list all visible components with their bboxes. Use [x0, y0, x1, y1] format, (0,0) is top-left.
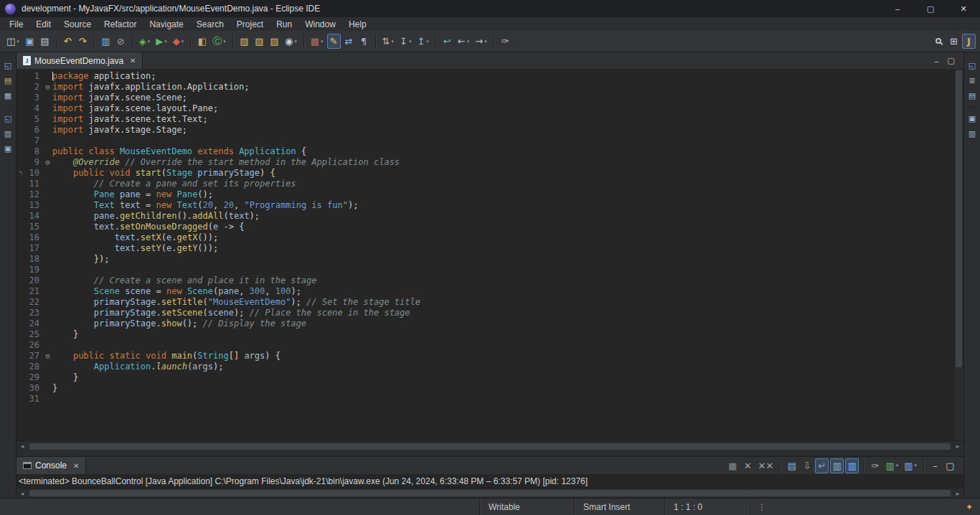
new-wizard-icon[interactable]: ◫▾ [4, 34, 22, 49]
line-number[interactable]: 9 [24, 157, 43, 168]
back-icon[interactable]: ←▾ [456, 34, 471, 49]
fold-marker-icon[interactable]: ⊖ [43, 351, 52, 362]
code-line-19[interactable]: 19 [17, 265, 953, 275]
package-explorer-icon[interactable]: ▤ [1, 75, 15, 87]
console-horizontal-scrollbar[interactable]: ◂ ▸ [17, 488, 963, 498]
menu-file[interactable]: File [3, 17, 29, 31]
fold-marker-icon[interactable]: ⊖ [43, 157, 52, 168]
code-line-20[interactable]: 20 // Create a scene and place it in the… [17, 275, 953, 286]
last-edit-location-icon[interactable]: ↩ [440, 34, 454, 49]
line-number[interactable]: 23 [24, 308, 43, 318]
notification-icon[interactable]: ✦ [966, 499, 980, 515]
code-line-2[interactable]: 2⊖import javafx.application.Application; [17, 82, 953, 93]
minimize-console-icon[interactable]: – [928, 458, 942, 473]
open-package-icon[interactable]: ▨ [268, 34, 281, 49]
code-line-22[interactable]: 22 primaryStage.setTitle("MouseEventDemo… [17, 297, 953, 308]
line-number[interactable]: 8 [24, 146, 43, 157]
code-area[interactable]: 1package application;2⊖import javafx.app… [17, 69, 953, 440]
line-number[interactable]: 16 [24, 232, 43, 243]
menu-search[interactable]: Search [190, 17, 230, 31]
restore-bottom-panel-icon[interactable]: ◱ [1, 113, 15, 125]
code-line-23[interactable]: 23 primaryStage.setScene(scene); // Plac… [17, 308, 953, 318]
link-with-editor-icon[interactable]: ⇄ [342, 34, 356, 49]
clear-console-icon[interactable]: ▤ [785, 458, 798, 473]
code-line-31[interactable]: 31 [17, 394, 953, 405]
remove-all-launches-icon[interactable]: ✕✕ [756, 458, 776, 473]
show-whitespace-icon[interactable]: ¶ [357, 34, 371, 49]
code-line-12[interactable]: 12 Pane pane = new Pane(); [17, 189, 953, 200]
code-line-25[interactable]: 25 } [17, 329, 953, 340]
code-line-8[interactable]: 8public class MouseEventDemo extends App… [17, 146, 953, 157]
menu-edit[interactable]: Edit [29, 17, 57, 31]
line-number[interactable]: 14 [24, 211, 43, 222]
line-number[interactable]: 20 [24, 275, 43, 286]
tab-console[interactable]: Console ✕ [17, 457, 86, 474]
show-stdout-when-changed-icon[interactable]: ▥ [830, 458, 844, 473]
code-line-14[interactable]: 14 pane.getChildren().addAll(text); [17, 211, 953, 222]
external-tools-icon[interactable]: ◆▾ [171, 34, 187, 49]
line-number[interactable]: 2 [24, 82, 43, 93]
word-wrap-icon[interactable]: ↵ [815, 458, 829, 473]
code-line-29[interactable]: 29 } [17, 372, 953, 383]
console-scroll-right-arrow-icon[interactable]: ▸ [952, 490, 963, 497]
line-number[interactable]: 25 [24, 329, 43, 340]
search-icon[interactable] [932, 34, 946, 49]
menu-window[interactable]: Window [298, 17, 342, 31]
mark-occurrences-icon[interactable]: ✎ [327, 34, 341, 49]
code-line-26[interactable]: 26 [17, 340, 953, 351]
scroll-lock-icon[interactable]: ⇩ [800, 458, 814, 473]
line-number[interactable]: 7 [24, 136, 43, 146]
new-class-icon[interactable]: Ⓒ▾ [210, 34, 228, 49]
line-number[interactable]: 13 [24, 200, 43, 211]
show-stderr-when-changed-icon[interactable]: ▥ [845, 458, 859, 473]
line-number[interactable]: 28 [24, 362, 43, 372]
line-number[interactable]: 19 [24, 265, 43, 275]
type-hierarchy-icon[interactable]: ▦ [1, 90, 15, 102]
sort-icon[interactable]: ⇅▾ [380, 34, 396, 49]
line-number[interactable]: 1 [24, 71, 43, 82]
editor-console-sash[interactable] [17, 451, 963, 456]
console-close-icon[interactable]: ✕ [73, 462, 79, 470]
code-line-24[interactable]: 24 primaryStage.show(); // Display the s… [17, 318, 953, 329]
code-line-17[interactable]: 17 text.setY(e.getY()); [17, 243, 953, 254]
line-number[interactable]: 15 [24, 222, 43, 232]
menu-help[interactable]: Help [342, 17, 373, 31]
display-selected-console-icon[interactable]: ▥▾ [883, 458, 900, 473]
menu-source[interactable]: Source [57, 17, 98, 31]
open-console-view-icon[interactable]: ▥ [99, 34, 113, 49]
code-line-6[interactable]: 6import javafx.stage.Stage; [17, 125, 953, 136]
code-line-4[interactable]: 4import javafx.scene.layout.Pane; [17, 103, 953, 114]
pin-console-icon[interactable]: ✑ [868, 458, 882, 473]
line-number[interactable]: 12 [24, 189, 43, 200]
menu-refactor[interactable]: Refactor [98, 17, 143, 31]
fold-marker-icon[interactable]: ⊖ [43, 82, 52, 93]
line-number[interactable]: 29 [24, 372, 43, 383]
menu-project[interactable]: Project [230, 17, 270, 31]
search-flashlight-icon[interactable]: ◉▾ [283, 34, 299, 49]
skip-breakpoints-icon[interactable]: ⊘ [114, 34, 128, 49]
save-icon[interactable]: ▣ [23, 34, 37, 49]
line-number[interactable]: 6 [24, 125, 43, 136]
pin-editor-icon[interactable]: ✑ [499, 34, 512, 49]
forward-icon[interactable]: →▾ [473, 34, 489, 49]
maximize-editor-icon[interactable]: ▢ [948, 56, 955, 65]
minimize-button[interactable]: – [881, 0, 914, 17]
line-number[interactable]: 22 [24, 297, 43, 308]
line-number[interactable]: 10 [24, 168, 43, 179]
remove-launch-icon[interactable]: ✕ [741, 458, 755, 473]
console-scroll-left-arrow-icon[interactable]: ◂ [17, 490, 28, 497]
status-overflow-dots[interactable]: ⋮ [750, 499, 773, 515]
code-line-3[interactable]: 3import javafx.scene.Scene; [17, 93, 953, 103]
tab-mouseeventdemo-java[interactable]: J MouseEventDemo.java ✕ [17, 52, 143, 69]
run-icon[interactable]: ▶▾ [154, 34, 169, 49]
task-list-icon[interactable]: ▤ [966, 90, 979, 102]
line-number[interactable]: 5 [24, 114, 43, 125]
code-line-16[interactable]: 16 text.setX(e.getX()); [17, 232, 953, 243]
code-line-13[interactable]: 13 Text text = new Text(20, 20, "Program… [17, 200, 953, 211]
code-line-9[interactable]: 9⊖ @Override // Override the start metho… [17, 157, 953, 168]
restore-left-panel-icon[interactable]: ◱ [1, 60, 15, 72]
close-button[interactable]: ✕ [947, 0, 980, 17]
redo-icon[interactable]: ↷ [76, 34, 90, 49]
menu-run[interactable]: Run [270, 17, 298, 31]
print-icon[interactable]: ▤ [38, 34, 52, 49]
